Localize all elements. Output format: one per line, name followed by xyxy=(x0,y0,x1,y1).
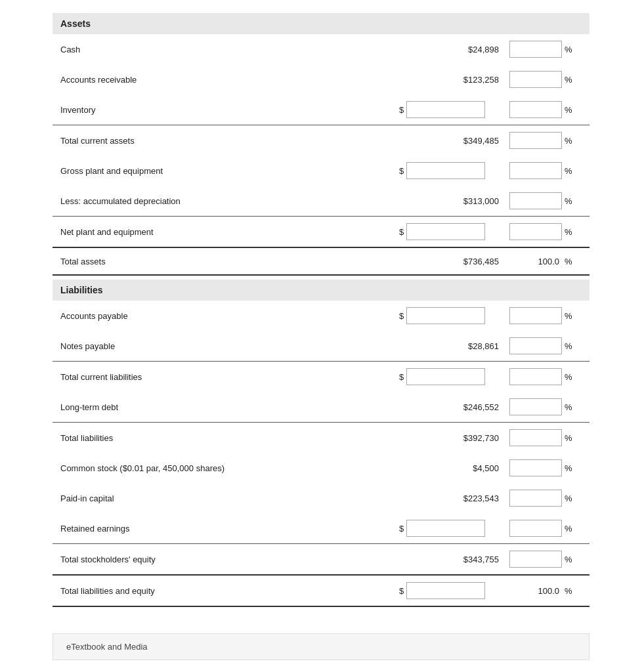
accounts-payable-label: Accounts payable xyxy=(60,311,399,321)
ap-percent-group: % xyxy=(509,307,582,324)
footer-label: eTextbook and Media xyxy=(66,642,148,652)
row-long-term-debt: Long-term debt $246,552 % xyxy=(53,392,589,422)
cash-percent-input[interactable] xyxy=(509,41,562,58)
inventory-percent-input[interactable] xyxy=(509,101,562,118)
tcl-label: Total current liabilities xyxy=(60,372,399,382)
pic-label: Paid-in capital xyxy=(60,494,412,503)
tcl-input[interactable] xyxy=(406,368,485,385)
row-accounts-receivable: Accounts receivable $123,258 % xyxy=(53,64,589,94)
tcl-percent-group: % xyxy=(509,368,582,385)
re-percent-symbol: % xyxy=(565,524,572,534)
gross-plant-input[interactable] xyxy=(406,162,485,179)
total-assets-percent-symbol: % xyxy=(565,257,572,266)
less-accum-dep-label: Less: accumulated depreciation xyxy=(60,196,412,206)
np-percent-symbol: % xyxy=(565,341,572,351)
tle-label: Total liabilities and equity xyxy=(60,586,399,596)
ap-dollar: $ xyxy=(399,311,404,321)
gross-plant-input-group: $ xyxy=(399,162,504,179)
gross-plant-dollar: $ xyxy=(399,166,404,176)
tcl-input-group: $ xyxy=(399,368,504,385)
accounts-payable-input-group: $ xyxy=(399,307,504,324)
ltd-percent-input[interactable] xyxy=(509,398,562,415)
tle-input-group: $ xyxy=(399,582,504,599)
notes-payable-label: Notes payable xyxy=(60,341,412,351)
cs-percent-input[interactable] xyxy=(509,459,562,476)
tca-percent-symbol: % xyxy=(565,136,572,146)
re-input-group: $ xyxy=(399,520,504,537)
ap-percent-input[interactable] xyxy=(509,307,562,324)
total-assets-value: $736,485 xyxy=(412,257,504,266)
row-cash: Cash $24,898 % xyxy=(53,34,589,64)
row-net-plant: Net plant and equipment $ % xyxy=(53,216,589,247)
tl-percent-input[interactable] xyxy=(509,429,562,446)
tle-dollar: $ xyxy=(399,586,404,596)
accounts-receivable-percent-group: % xyxy=(509,71,582,88)
cash-value: $24,898 xyxy=(412,45,504,54)
inventory-percent-group: % xyxy=(509,101,582,118)
row-total-liabilities-equity: Total liabilities and equity $ 100.0 % xyxy=(53,574,589,607)
tle-input[interactable] xyxy=(406,582,485,599)
pic-percent-input[interactable] xyxy=(509,490,562,507)
accounts-receivable-percent-input[interactable] xyxy=(509,71,562,88)
tse-percent-input[interactable] xyxy=(509,551,562,568)
net-plant-input[interactable] xyxy=(406,223,485,240)
lad-percent-input[interactable] xyxy=(509,192,562,209)
total-assets-label: Total assets xyxy=(60,257,412,266)
tle-percent-group: 100.0 % xyxy=(509,586,582,596)
tl-label: Total liabilities xyxy=(60,433,412,443)
cs-label: Common stock ($0.01 par, 450,000 shares) xyxy=(60,463,412,473)
gross-plant-percent-group: % xyxy=(509,162,582,179)
row-total-current-assets: Total current assets $349,485 % xyxy=(53,125,589,156)
pic-value: $223,543 xyxy=(412,494,504,503)
cs-percent-symbol: % xyxy=(565,463,572,473)
tcl-dollar: $ xyxy=(399,372,404,382)
gross-plant-percent-symbol: % xyxy=(565,166,572,176)
less-accum-dep-value: $313,000 xyxy=(412,196,504,206)
inventory-input-group: $ xyxy=(399,101,504,118)
tcl-percent-input[interactable] xyxy=(509,368,562,385)
net-plant-label: Net plant and equipment xyxy=(60,227,399,237)
inventory-label: Inventory xyxy=(60,105,399,115)
re-percent-input[interactable] xyxy=(509,520,562,537)
np-percent-input[interactable] xyxy=(509,337,562,354)
inventory-input[interactable] xyxy=(406,101,485,118)
tl-percent-group: % xyxy=(509,429,582,446)
pic-percent-group: % xyxy=(509,490,582,507)
tca-percent-group: % xyxy=(509,132,582,149)
inventory-dollar: $ xyxy=(399,105,404,115)
ltd-label: Long-term debt xyxy=(60,402,412,412)
row-inventory: Inventory $ % xyxy=(53,94,589,125)
net-plant-percent-input[interactable] xyxy=(509,223,562,240)
inventory-percent-symbol: % xyxy=(565,105,572,115)
accounts-receivable-value: $123,258 xyxy=(412,75,504,85)
net-plant-input-group: $ xyxy=(399,223,504,240)
assets-header: Assets xyxy=(53,13,589,34)
row-total-equity: Total stockholders' equity $343,755 % xyxy=(53,543,589,574)
ar-percent-symbol: % xyxy=(565,75,572,85)
re-label: Retained earnings xyxy=(60,524,399,534)
re-input[interactable] xyxy=(406,520,485,537)
gross-plant-percent-input[interactable] xyxy=(509,162,562,179)
tl-percent-symbol: % xyxy=(565,433,572,443)
row-total-assets: Total assets $736,485 100.0 % xyxy=(53,247,589,276)
tca-percent-input[interactable] xyxy=(509,132,562,149)
total-current-assets-label: Total current assets xyxy=(60,136,412,146)
ltd-value: $246,552 xyxy=(412,402,504,412)
footer: eTextbook and Media xyxy=(53,633,589,660)
cs-value: $4,500 xyxy=(412,463,504,473)
row-notes-payable: Notes payable $28,861 % xyxy=(53,331,589,361)
accounts-payable-input[interactable] xyxy=(406,307,485,324)
ltd-percent-symbol: % xyxy=(565,402,572,412)
total-current-assets-value: $349,485 xyxy=(412,136,504,146)
page-wrapper: Assets Cash $24,898 % Accounts receivabl… xyxy=(0,0,642,672)
row-gross-plant: Gross plant and equipment $ % xyxy=(53,156,589,186)
np-percent-group: % xyxy=(509,337,582,354)
tl-value: $392,730 xyxy=(412,433,504,443)
re-dollar: $ xyxy=(399,524,404,534)
row-common-stock: Common stock ($0.01 par, 450,000 shares)… xyxy=(53,453,589,483)
tle-fixed-percent: 100.0 xyxy=(509,586,562,596)
tse-percent-symbol: % xyxy=(565,555,572,564)
liabilities-header: Liabilities xyxy=(53,280,589,301)
cs-percent-group: % xyxy=(509,459,582,476)
row-retained-earnings: Retained earnings $ % xyxy=(53,513,589,543)
